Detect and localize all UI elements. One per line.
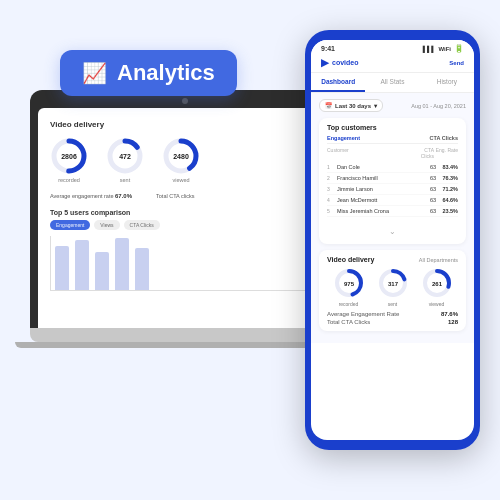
customer-cta-1: 63 [414,164,436,170]
phone-donut-recorded: 975 [333,267,365,299]
customer-name-3: Jimmie Larson [337,186,414,192]
customer-num-5: 5 [327,208,337,214]
customer-rate-2: 76.3% [436,175,458,181]
laptop-avg-engagement: Average engagement rate 67.0% [50,193,132,199]
battery-icon: 🔋 [454,44,464,53]
phone-video-delivery-card: Video delivery All Departments 975 recor… [319,250,466,331]
phone-logo: ▶ covideo [321,57,358,68]
laptop: Video delivery 2806 recorded [30,90,340,348]
phone-avg-engagement-stat: Average Engagement Rate 87.6% [327,311,458,317]
laptop-avg-engagement-label: Average engagement rate [50,193,114,199]
phone-date-label: Last 30 days [335,103,371,109]
customer-cta-5: 63 [414,208,436,214]
laptop-tabs-row: Engagement Views CTA Clicks [50,220,320,230]
phone-video-delivery-title: Video delivery [327,256,374,263]
laptop-tab-engagement[interactable]: Engagement [50,220,90,230]
phone-circle-label-recorded: recorded [339,301,359,307]
bar-3 [95,252,109,290]
phone-video-delivery-header: Video delivery All Departments [327,256,458,263]
phone-tab-allstats[interactable]: All Stats [365,73,419,92]
phone-outer: 9:41 ▌▌▌ WiFi 🔋 ▶ covideo Send Dashboard… [305,30,480,450]
customer-name-2: Francisco Hamill [337,175,414,181]
phone-circle-label-viewed: viewed [429,301,445,307]
customer-rate-5: 23.5% [436,208,458,214]
table-row: 3 Jimmie Larson 63 71.2% [327,184,458,195]
laptop-circle-viewed: 2480 viewed [162,137,200,183]
customer-rate-1: 83.4% [436,164,458,170]
covideo-logo-text: covideo [332,59,358,66]
phone-total-cta-value: 128 [448,319,458,325]
chevron-down-icon: ▾ [374,102,377,109]
svg-text:2480: 2480 [173,153,189,160]
phone-top-customers-title: Top customers [327,124,377,131]
laptop-comparison: Top 5 users comparison Engagement Views … [50,209,320,291]
phone: 9:41 ▌▌▌ WiFi 🔋 ▶ covideo Send Dashboard… [305,30,480,450]
phone-tab-history[interactable]: History [420,73,474,92]
laptop-comparison-title: Top 5 users comparison [50,209,320,216]
wifi-icon: WiFi [438,46,451,52]
phone-top-customers-header: Top customers [327,124,458,131]
laptop-circles-row: 2806 recorded 472 sent [50,137,320,183]
customer-cta-2: 63 [414,175,436,181]
phone-nav-tabs: Dashboard All Stats History [311,73,474,93]
laptop-circle-label-recorded: recorded [58,177,80,183]
phone-circle-viewed: 261 viewed [421,267,453,307]
laptop-screen: Video delivery 2806 recorded [38,108,332,328]
customer-cta-4: 63 [414,197,436,203]
bar-2 [75,240,89,290]
calendar-icon: 📅 [325,102,332,109]
customer-num-2: 2 [327,175,337,181]
laptop-donut-recorded: 2806 [50,137,88,175]
phone-date-range: Aug 01 - Aug 20, 2021 [411,103,466,109]
phone-donut-sent: 317 [377,267,409,299]
laptop-bar-chart [50,236,320,291]
phone-circle-recorded: 975 recorded [333,267,365,307]
phone-video-stats: Average Engagement Rate 87.6% Total CTA … [327,311,458,325]
phone-donut-viewed: 261 [421,267,453,299]
phone-top-customers-card: Top customers Engagement CTA Clicks Cust… [319,118,466,244]
phone-date-filter-left[interactable]: 📅 Last 30 days ▾ [319,99,383,112]
customer-name-4: Jean McDermott [337,197,414,203]
customer-cta-3: 63 [414,186,436,192]
laptop-tab-views[interactable]: Views [94,220,119,230]
phone-total-cta-stat: Total CTA Clicks 128 [327,319,458,325]
customer-num-1: 1 [327,164,337,170]
phone-time: 9:41 [321,45,335,52]
laptop-tab-cta[interactable]: CTA Clicks [124,220,160,230]
phone-status-icons: ▌▌▌ WiFi 🔋 [423,44,464,53]
svg-text:317: 317 [387,281,398,287]
customer-name-1: Dan Cole [337,164,414,170]
phone-circle-sent: 317 sent [377,267,409,307]
phone-sub-col-rate: Eng. Rate [434,147,458,159]
phone-tab-dashboard[interactable]: Dashboard [311,73,365,92]
laptop-camera [182,98,188,104]
phone-customers-col-header: Engagement CTA Clicks [327,135,458,144]
customer-name-5: Miss Jeremiah Crona [337,208,414,214]
svg-text:975: 975 [343,281,354,287]
analytics-label: Analytics [117,60,215,86]
svg-text:261: 261 [431,281,442,287]
phone-status-bar: 9:41 ▌▌▌ WiFi 🔋 [311,40,474,55]
phone-dept-filter[interactable]: All Departments [419,257,458,263]
laptop-total-cta: Total CTA clicks [156,193,194,199]
laptop-video-title: Video delivery [50,120,320,129]
laptop-base [30,328,340,342]
laptop-circle-recorded: 2806 recorded [50,137,88,183]
phone-total-cta-label: Total CTA Clicks [327,319,370,325]
table-row: 1 Dan Cole 63 83.4% [327,162,458,173]
laptop-avg-engagement-value: 67.0% [115,193,132,199]
phone-avg-engagement-label: Average Engagement Rate [327,311,399,317]
customer-num-3: 3 [327,186,337,192]
customer-rate-4: 64.6% [436,197,458,203]
bar-1 [55,246,69,290]
phone-content: 📅 Last 30 days ▾ Aug 01 - Aug 20, 2021 T… [311,93,474,343]
phone-send-button[interactable]: Send [449,60,464,66]
table-row: 2 Francisco Hamill 63 76.3% [327,173,458,184]
phone-customers-see-more[interactable]: ⌄ [327,220,458,238]
phone-sub-col-cta: CTA Clicks [410,147,434,159]
laptop-circle-label-viewed: viewed [172,177,189,183]
signal-icon: ▌▌▌ [423,46,436,52]
phone-col-engagement: Engagement [327,135,360,141]
laptop-circle-sent: 472 sent [106,137,144,183]
covideo-logo-icon: ▶ [321,57,329,68]
